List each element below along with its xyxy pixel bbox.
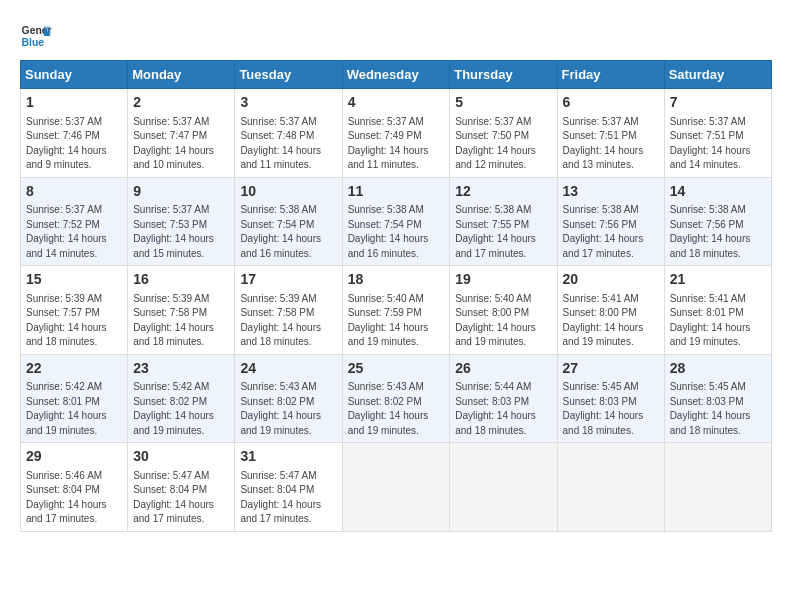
day-info: Sunrise: 5:43 AMSunset: 8:02 PMDaylight:…	[348, 380, 445, 438]
day-number: 18	[348, 270, 445, 290]
day-number: 15	[26, 270, 122, 290]
calendar-day-cell: 31Sunrise: 5:47 AMSunset: 8:04 PMDayligh…	[235, 443, 342, 532]
day-number: 11	[348, 182, 445, 202]
day-info: Sunrise: 5:39 AMSunset: 7:58 PMDaylight:…	[133, 292, 229, 350]
calendar-day-cell: 7Sunrise: 5:37 AMSunset: 7:51 PMDaylight…	[664, 89, 771, 178]
calendar-day-cell: 12Sunrise: 5:38 AMSunset: 7:55 PMDayligh…	[450, 177, 557, 266]
calendar-day-cell: 8Sunrise: 5:37 AMSunset: 7:52 PMDaylight…	[21, 177, 128, 266]
day-number: 14	[670, 182, 766, 202]
day-number: 1	[26, 93, 122, 113]
day-number: 23	[133, 359, 229, 379]
day-number: 10	[240, 182, 336, 202]
calendar-week-row: 1Sunrise: 5:37 AMSunset: 7:46 PMDaylight…	[21, 89, 772, 178]
day-number: 21	[670, 270, 766, 290]
weekday-header: Saturday	[664, 61, 771, 89]
day-info: Sunrise: 5:39 AMSunset: 7:57 PMDaylight:…	[26, 292, 122, 350]
day-info: Sunrise: 5:38 AMSunset: 7:56 PMDaylight:…	[670, 203, 766, 261]
day-info: Sunrise: 5:38 AMSunset: 7:54 PMDaylight:…	[240, 203, 336, 261]
day-number: 25	[348, 359, 445, 379]
calendar-day-cell	[557, 443, 664, 532]
day-info: Sunrise: 5:37 AMSunset: 7:50 PMDaylight:…	[455, 115, 551, 173]
calendar-week-row: 29Sunrise: 5:46 AMSunset: 8:04 PMDayligh…	[21, 443, 772, 532]
day-number: 30	[133, 447, 229, 467]
calendar-day-cell	[664, 443, 771, 532]
calendar-day-cell: 9Sunrise: 5:37 AMSunset: 7:53 PMDaylight…	[128, 177, 235, 266]
calendar-day-cell	[342, 443, 450, 532]
calendar-day-cell: 1Sunrise: 5:37 AMSunset: 7:46 PMDaylight…	[21, 89, 128, 178]
calendar-table: SundayMondayTuesdayWednesdayThursdayFrid…	[20, 60, 772, 532]
day-info: Sunrise: 5:43 AMSunset: 8:02 PMDaylight:…	[240, 380, 336, 438]
day-info: Sunrise: 5:37 AMSunset: 7:53 PMDaylight:…	[133, 203, 229, 261]
calendar-day-cell: 5Sunrise: 5:37 AMSunset: 7:50 PMDaylight…	[450, 89, 557, 178]
day-number: 9	[133, 182, 229, 202]
day-number: 7	[670, 93, 766, 113]
calendar-day-cell: 14Sunrise: 5:38 AMSunset: 7:56 PMDayligh…	[664, 177, 771, 266]
day-number: 6	[563, 93, 659, 113]
day-number: 16	[133, 270, 229, 290]
calendar-day-cell: 21Sunrise: 5:41 AMSunset: 8:01 PMDayligh…	[664, 266, 771, 355]
day-number: 4	[348, 93, 445, 113]
calendar-day-cell: 11Sunrise: 5:38 AMSunset: 7:54 PMDayligh…	[342, 177, 450, 266]
day-number: 17	[240, 270, 336, 290]
weekday-header: Friday	[557, 61, 664, 89]
day-info: Sunrise: 5:38 AMSunset: 7:55 PMDaylight:…	[455, 203, 551, 261]
day-info: Sunrise: 5:37 AMSunset: 7:49 PMDaylight:…	[348, 115, 445, 173]
calendar-day-cell: 26Sunrise: 5:44 AMSunset: 8:03 PMDayligh…	[450, 354, 557, 443]
calendar-day-cell: 16Sunrise: 5:39 AMSunset: 7:58 PMDayligh…	[128, 266, 235, 355]
day-info: Sunrise: 5:44 AMSunset: 8:03 PMDaylight:…	[455, 380, 551, 438]
day-number: 2	[133, 93, 229, 113]
calendar-day-cell: 15Sunrise: 5:39 AMSunset: 7:57 PMDayligh…	[21, 266, 128, 355]
calendar-week-row: 22Sunrise: 5:42 AMSunset: 8:01 PMDayligh…	[21, 354, 772, 443]
calendar-header-row: SundayMondayTuesdayWednesdayThursdayFrid…	[21, 61, 772, 89]
logo: General Blue	[20, 20, 52, 52]
calendar-day-cell: 19Sunrise: 5:40 AMSunset: 8:00 PMDayligh…	[450, 266, 557, 355]
calendar-day-cell: 27Sunrise: 5:45 AMSunset: 8:03 PMDayligh…	[557, 354, 664, 443]
day-number: 19	[455, 270, 551, 290]
day-number: 3	[240, 93, 336, 113]
calendar-day-cell: 3Sunrise: 5:37 AMSunset: 7:48 PMDaylight…	[235, 89, 342, 178]
calendar-day-cell: 24Sunrise: 5:43 AMSunset: 8:02 PMDayligh…	[235, 354, 342, 443]
weekday-header: Thursday	[450, 61, 557, 89]
calendar-day-cell	[450, 443, 557, 532]
day-number: 31	[240, 447, 336, 467]
calendar-week-row: 8Sunrise: 5:37 AMSunset: 7:52 PMDaylight…	[21, 177, 772, 266]
calendar-day-cell: 4Sunrise: 5:37 AMSunset: 7:49 PMDaylight…	[342, 89, 450, 178]
calendar-day-cell: 23Sunrise: 5:42 AMSunset: 8:02 PMDayligh…	[128, 354, 235, 443]
calendar-day-cell: 2Sunrise: 5:37 AMSunset: 7:47 PMDaylight…	[128, 89, 235, 178]
day-info: Sunrise: 5:37 AMSunset: 7:46 PMDaylight:…	[26, 115, 122, 173]
weekday-header: Sunday	[21, 61, 128, 89]
calendar-day-cell: 30Sunrise: 5:47 AMSunset: 8:04 PMDayligh…	[128, 443, 235, 532]
day-number: 13	[563, 182, 659, 202]
day-number: 12	[455, 182, 551, 202]
calendar-day-cell: 28Sunrise: 5:45 AMSunset: 8:03 PMDayligh…	[664, 354, 771, 443]
day-info: Sunrise: 5:39 AMSunset: 7:58 PMDaylight:…	[240, 292, 336, 350]
day-info: Sunrise: 5:45 AMSunset: 8:03 PMDaylight:…	[670, 380, 766, 438]
day-info: Sunrise: 5:40 AMSunset: 7:59 PMDaylight:…	[348, 292, 445, 350]
day-info: Sunrise: 5:37 AMSunset: 7:52 PMDaylight:…	[26, 203, 122, 261]
calendar-day-cell: 20Sunrise: 5:41 AMSunset: 8:00 PMDayligh…	[557, 266, 664, 355]
day-info: Sunrise: 5:37 AMSunset: 7:47 PMDaylight:…	[133, 115, 229, 173]
header: General Blue	[20, 20, 772, 52]
calendar-day-cell: 10Sunrise: 5:38 AMSunset: 7:54 PMDayligh…	[235, 177, 342, 266]
day-info: Sunrise: 5:47 AMSunset: 8:04 PMDaylight:…	[133, 469, 229, 527]
logo-icon: General Blue	[20, 20, 52, 52]
day-info: Sunrise: 5:38 AMSunset: 7:56 PMDaylight:…	[563, 203, 659, 261]
calendar-day-cell: 25Sunrise: 5:43 AMSunset: 8:02 PMDayligh…	[342, 354, 450, 443]
day-number: 27	[563, 359, 659, 379]
weekday-header: Wednesday	[342, 61, 450, 89]
day-info: Sunrise: 5:37 AMSunset: 7:48 PMDaylight:…	[240, 115, 336, 173]
calendar-day-cell: 29Sunrise: 5:46 AMSunset: 8:04 PMDayligh…	[21, 443, 128, 532]
day-info: Sunrise: 5:47 AMSunset: 8:04 PMDaylight:…	[240, 469, 336, 527]
day-number: 20	[563, 270, 659, 290]
day-info: Sunrise: 5:41 AMSunset: 8:00 PMDaylight:…	[563, 292, 659, 350]
day-number: 5	[455, 93, 551, 113]
day-number: 26	[455, 359, 551, 379]
weekday-header: Tuesday	[235, 61, 342, 89]
day-number: 22	[26, 359, 122, 379]
day-info: Sunrise: 5:37 AMSunset: 7:51 PMDaylight:…	[670, 115, 766, 173]
svg-text:Blue: Blue	[22, 37, 45, 48]
weekday-header: Monday	[128, 61, 235, 89]
day-info: Sunrise: 5:41 AMSunset: 8:01 PMDaylight:…	[670, 292, 766, 350]
day-info: Sunrise: 5:42 AMSunset: 8:01 PMDaylight:…	[26, 380, 122, 438]
day-info: Sunrise: 5:42 AMSunset: 8:02 PMDaylight:…	[133, 380, 229, 438]
